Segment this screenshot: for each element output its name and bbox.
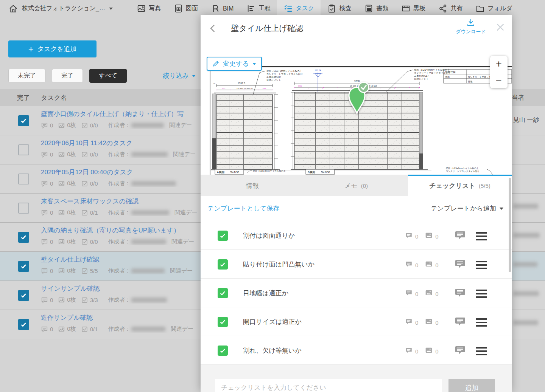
gantt-icon (246, 4, 256, 13)
related-label: 関連デー (171, 238, 194, 245)
column-task-name: タスク名 (41, 93, 67, 102)
svg-text:S=1/30: S=1/30 (230, 170, 239, 174)
nav-item-documents[interactable]: 書類 (358, 0, 395, 17)
creator-label: 作成者 : (108, 238, 128, 245)
add-from-template-dropdown[interactable]: テンプレートから追加 (431, 204, 503, 213)
close-icon[interactable] (496, 23, 505, 32)
svg-text:コンクリートブロックタイル貼り: コンクリートブロックタイル貼り (266, 73, 303, 76)
creator-name-blurred (131, 152, 168, 157)
nav-items: 写真 図面 BIM 工程 タスク 検査 書類 黒板 (130, 0, 519, 17)
workspace-selector[interactable]: 株式会社フォトラクション_… (8, 4, 113, 14)
filter-all-button[interactable]: すべて (89, 69, 127, 83)
task-checkbox[interactable] (18, 290, 29, 301)
comment-count: 0 (50, 268, 53, 274)
checklist-count: 0/0 (90, 239, 98, 245)
filter-complete-button[interactable]: 完了 (52, 69, 83, 83)
nav-item-photos[interactable]: 写真 (130, 0, 167, 17)
photo-icon (425, 260, 433, 268)
comment-bubble-icon (455, 316, 466, 327)
checklist-checkbox[interactable] (218, 231, 228, 241)
drag-handle[interactable] (476, 317, 487, 327)
task-checkbox[interactable] (18, 115, 29, 126)
photo-count: 0枚 (67, 296, 76, 304)
nav-item-drawings[interactable]: 図面 (167, 0, 204, 17)
checklist-item-label: 割れ、欠け等無いか (243, 346, 302, 355)
photo-icon (58, 151, 65, 158)
checklist-checkbox[interactable] (218, 288, 228, 298)
related-label: 関連デー (173, 151, 196, 158)
modal-scrollbar[interactable] (509, 178, 511, 272)
check-icon (220, 290, 226, 296)
zoom-in-button[interactable]: + (490, 56, 508, 72)
photo-count: 0枚 (67, 180, 76, 187)
nav-label: BIM (223, 5, 234, 12)
back-icon[interactable] (208, 23, 218, 33)
filter-refine-dropdown[interactable]: 絞り込み (163, 71, 196, 80)
comment-button[interactable] (455, 288, 466, 298)
photo-count: 0枚 (67, 267, 76, 274)
nav-item-bim[interactable]: BIM (204, 0, 240, 17)
checklist-item: 貼り付け面は凹凸無いか 0 0 (201, 250, 512, 279)
nav-item-schedule[interactable]: 工程 (240, 0, 277, 17)
filter-incomplete-button[interactable]: 未完了 (8, 69, 45, 83)
checklist-icon (81, 180, 88, 187)
svg-text:工事名称/C87: 工事名称/C87 (266, 76, 281, 78)
svg-text:コンクリートブロックタイル貼り: コンクリートブロックタイル貼り (414, 71, 450, 74)
checklist-count: 5/5 (90, 268, 98, 274)
task-checkbox[interactable] (18, 319, 29, 330)
checklist-icon (81, 209, 88, 216)
tab-checklist[interactable]: チェックリスト (5/5) (408, 175, 512, 196)
checklist-checkbox[interactable] (218, 317, 228, 327)
drag-handle[interactable] (476, 260, 487, 269)
photo-count: 0枚 (67, 122, 76, 129)
check-icon (20, 263, 27, 270)
comment-button[interactable] (455, 259, 466, 270)
save-as-template-link[interactable]: テンプレートとして保存 (207, 204, 279, 213)
checklist-add-button[interactable]: 追加 (448, 379, 495, 392)
download-button[interactable]: ダウンロード (455, 17, 487, 35)
zoom-out-button[interactable]: − (490, 72, 508, 88)
nav-item-share[interactable]: 共有 (432, 0, 469, 17)
task-checkbox[interactable] (18, 144, 29, 155)
task-checkbox[interactable] (18, 232, 29, 243)
checklist-count: 0/0 (90, 180, 98, 187)
comment-icon (41, 151, 48, 158)
comment-count: 0 (415, 233, 418, 240)
drag-handle[interactable] (476, 288, 487, 298)
checklist-checkbox[interactable] (218, 259, 228, 270)
task-checkbox[interactable] (18, 174, 29, 184)
chevron-down-icon (192, 75, 196, 77)
task-checkbox[interactable] (18, 203, 29, 214)
comment-icon (41, 209, 48, 216)
task-filters: 未完了 完了 すべて 絞り込み (8, 69, 196, 83)
column-assignee: 当者 (512, 93, 525, 102)
comment-icon (405, 260, 413, 268)
svg-text:122.34: 122.34 (315, 69, 321, 71)
tab-memo[interactable]: メモ (0) (304, 175, 408, 196)
checklist-checkbox[interactable] (218, 346, 228, 356)
checklist-item: 開口サイズは適正か 0 0 (201, 307, 512, 336)
task-meta: 0 0枚 5/5 作成者 : 関連デー (41, 267, 201, 274)
nav-item-blackboard[interactable]: 黒板 (395, 0, 432, 17)
checklist-input[interactable] (215, 379, 442, 392)
creator-name-blurred (131, 181, 176, 186)
checklist-item: 割れ、欠け等無いか 0 0 (201, 336, 512, 365)
comment-count: 0 (415, 319, 418, 326)
drag-handle[interactable] (476, 231, 487, 240)
comment-button[interactable] (455, 230, 466, 241)
add-task-button[interactable]: + タスクを追加 (8, 40, 97, 57)
task-checkbox[interactable] (18, 261, 29, 272)
comment-button[interactable] (455, 345, 466, 356)
clipboard-check-icon (327, 4, 336, 13)
nav-item-inspection[interactable]: 検査 (321, 0, 358, 17)
check-icon (20, 321, 27, 328)
nav-item-folder[interactable]: フォルダ (469, 0, 519, 17)
nav-item-tasks[interactable]: タスク (277, 0, 321, 17)
comment-button[interactable] (455, 316, 466, 327)
assignee-name: 見山 一紗 (513, 116, 539, 124)
drag-handle[interactable] (476, 346, 487, 355)
chevron-down-icon (500, 208, 503, 210)
change-drawing-button[interactable]: 変更する (207, 57, 262, 71)
tab-info[interactable]: 情報 (201, 175, 304, 196)
drawing-icon (174, 4, 183, 13)
